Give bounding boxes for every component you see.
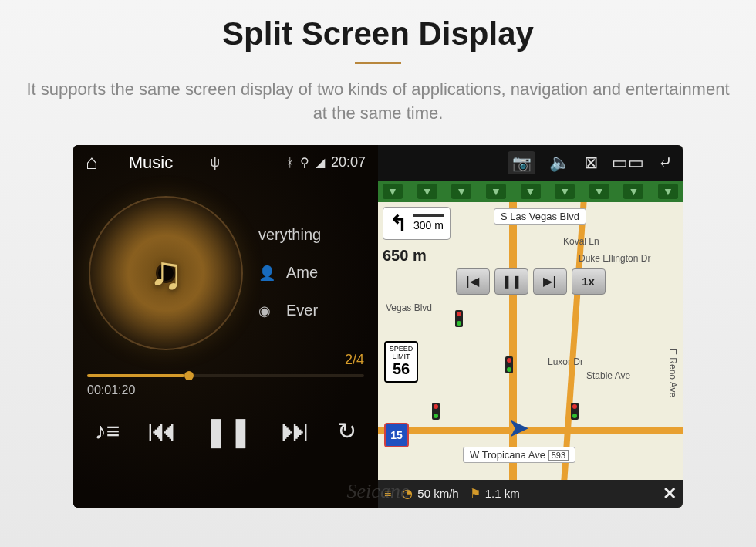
speedometer-icon: ◔ xyxy=(402,486,413,501)
person-icon: 👤 xyxy=(258,265,275,282)
progress-area: 00:01:20 xyxy=(73,368,378,400)
device-screenshot: ⌂ Music ψ ᚼ ⚲ ◢ 20:07 ♫ verything 👤 Ame xyxy=(73,145,683,508)
windows-icon[interactable]: ▭▭ xyxy=(612,153,644,173)
road-horizontal xyxy=(378,427,683,434)
turn-2-distance: 650 m xyxy=(383,247,427,265)
wifi-icon: ◢ xyxy=(316,155,325,170)
nav-next-button[interactable]: ▶| xyxy=(533,268,567,295)
street-label: E Reno Ave xyxy=(667,349,678,397)
pause-button[interactable]: ❚❚ xyxy=(204,414,253,448)
current-speed: ◔ 50 km/h xyxy=(402,486,458,501)
track-title: verything xyxy=(258,226,321,244)
traffic-light-icon xyxy=(505,356,513,373)
street-label: Vegas Blvd xyxy=(386,302,432,313)
nav-download-bar: ▼ ▼ ▼ ▼ ▼ ▼ ▼ ▼ ▼ xyxy=(378,181,683,202)
street-label: Stable Ave xyxy=(586,370,630,381)
next-button[interactable]: ⏭ xyxy=(281,414,310,447)
speed-limit-sign: SPEED LIMIT 56 xyxy=(384,341,418,383)
close-window-icon[interactable]: ⊠ xyxy=(584,153,598,173)
track-title-row: verything xyxy=(258,226,321,244)
turn-card-1: ↰ 300 m xyxy=(383,207,451,240)
navigation-pane: 📷 🔈 ⊠ ▭▭ ⤶ ▼ ▼ ▼ ▼ ▼ ▼ ▼ ▼ ▼ ↰ xyxy=(378,145,683,508)
street-label: Duke Ellington Dr xyxy=(579,253,650,264)
close-icon[interactable]: ✕ xyxy=(663,484,677,504)
speaker-icon[interactable]: 🔈 xyxy=(549,153,570,173)
speed-limit-label: SPEED LIMIT xyxy=(386,345,417,360)
music-app-label: Music xyxy=(129,153,173,173)
download-arrow-icon[interactable]: ▼ xyxy=(417,184,437,199)
clock: 20:07 xyxy=(331,154,366,171)
remaining-distance: ⚑ 1.1 km xyxy=(470,486,520,501)
traffic-light-icon xyxy=(432,403,440,420)
title-underline xyxy=(355,62,401,64)
playback-controls: ♪≡ ⏮ ❚❚ ⏭ ↻ xyxy=(73,400,378,448)
speed-limit-value: 56 xyxy=(386,360,417,378)
street-label: W Tropicana Ave 593 xyxy=(463,447,575,463)
street-label: S Las Vegas Blvd xyxy=(494,208,586,225)
download-arrow-icon[interactable]: ▼ xyxy=(383,184,403,199)
download-arrow-icon[interactable]: ▼ xyxy=(451,184,471,199)
download-arrow-icon[interactable]: ▼ xyxy=(486,184,506,199)
status-bar: ᚼ ⚲ ◢ 20:07 xyxy=(286,154,366,171)
album-row: ◉ Ever xyxy=(258,302,321,319)
bluetooth-icon: ᚼ xyxy=(286,156,294,170)
page-title: Split Screen Display xyxy=(0,0,756,52)
street-label: Luxor Dr xyxy=(548,356,583,367)
download-arrow-icon[interactable]: ▼ xyxy=(555,184,575,199)
playlist-icon[interactable]: ♪≡ xyxy=(95,418,120,444)
music-pane: ⌂ Music ψ ᚼ ⚲ ◢ 20:07 ♫ verything 👤 Ame xyxy=(73,145,378,508)
home-icon[interactable]: ⌂ xyxy=(86,150,98,174)
traffic-light-icon xyxy=(455,310,463,327)
album-name: Ever xyxy=(286,302,318,319)
artist-row: 👤 Ame xyxy=(258,264,321,282)
nav-pause-button[interactable]: ❚❚ xyxy=(494,268,528,295)
traffic-light-icon xyxy=(571,403,579,420)
nav-prev-button[interactable]: |◀ xyxy=(456,268,490,295)
download-arrow-icon[interactable]: ▼ xyxy=(521,184,541,199)
nav-bottom-bar: ≡ ◔ 50 km/h ⚑ 1.1 km ✕ xyxy=(378,480,683,508)
disc-area: ♫ verything 👤 Ame ◉ Ever xyxy=(73,181,378,358)
progress-handle[interactable] xyxy=(184,371,194,380)
progress-fill xyxy=(87,374,184,377)
camera-icon[interactable]: 📷 xyxy=(508,151,535,174)
location-icon: ⚲ xyxy=(300,155,309,170)
prev-button[interactable]: ⏮ xyxy=(147,414,177,447)
turn-1-distance: 300 m xyxy=(413,219,444,231)
track-meta: verything 👤 Ame ◉ Ever xyxy=(258,226,321,319)
nav-speed-button[interactable]: 1x xyxy=(572,268,606,295)
album-disc: ♫ xyxy=(89,196,243,350)
page-subtitle: It supports the same screen display of t… xyxy=(0,78,756,145)
usb-icon: ψ xyxy=(210,154,220,171)
progress-bar[interactable] xyxy=(87,374,364,377)
vehicle-cursor-icon: ➤ xyxy=(508,412,529,443)
music-header: ⌂ Music ψ ᚼ ⚲ ◢ 20:07 xyxy=(73,145,378,181)
music-note-icon: ♫ xyxy=(149,246,184,299)
elapsed-time: 00:01:20 xyxy=(87,383,364,397)
nav-top-bar: 📷 🔈 ⊠ ▭▭ ⤶ xyxy=(378,145,683,181)
flag-icon: ⚑ xyxy=(470,486,481,501)
download-arrow-icon[interactable]: ▼ xyxy=(589,184,609,199)
street-label: Koval Ln xyxy=(563,236,599,247)
download-arrow-icon[interactable]: ▼ xyxy=(623,184,643,199)
interstate-shield: 15 xyxy=(384,423,409,447)
back-icon[interactable]: ⤶ xyxy=(658,153,672,173)
artist-name: Ame xyxy=(286,264,318,282)
track-counter: 2/4 xyxy=(73,352,378,368)
turn-left-icon: ↰ xyxy=(390,211,407,236)
disc-icon: ◉ xyxy=(258,302,275,319)
repeat-icon[interactable]: ↻ xyxy=(337,417,356,444)
menu-icon[interactable]: ≡ xyxy=(384,487,391,501)
map-canvas[interactable]: ↰ 300 m 650 m S Las Vegas Blvd Koval Ln … xyxy=(378,202,683,480)
download-arrow-icon[interactable]: ▼ xyxy=(658,184,678,199)
nav-playback-controls: |◀ ❚❚ ▶| 1x xyxy=(456,268,606,295)
